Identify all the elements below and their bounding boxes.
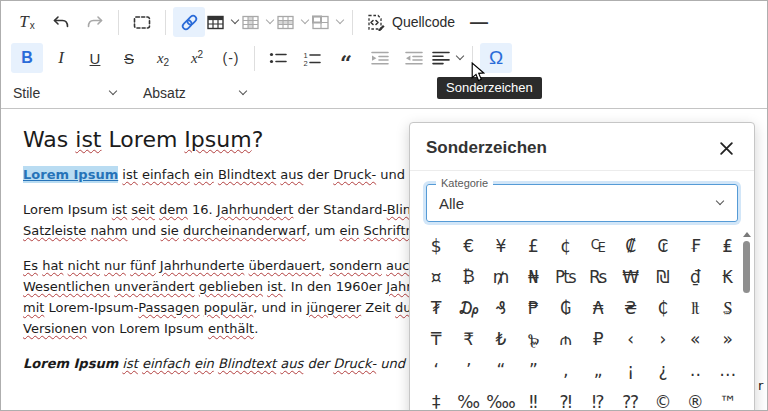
special-character-cell[interactable]: ₩ [614,261,646,292]
table-row-button[interactable] [277,7,310,37]
select-all-button[interactable] [126,7,158,37]
grid-scrollbar[interactable] [741,232,752,293]
special-character-cell[interactable]: “ [485,355,517,386]
special-character-cell[interactable]: ₫ [679,261,711,292]
special-character-cell[interactable]: ‱ [485,386,517,411]
special-character-cell[interactable]: ₨ [582,261,614,292]
special-character-cell[interactable]: ₤ [712,230,744,261]
special-character-cell[interactable]: » [712,324,744,355]
special-character-cell[interactable]: ₸ [420,324,452,355]
outdent-button[interactable] [398,43,430,73]
special-character-cell[interactable]: › [647,324,679,355]
bold-button[interactable]: B [11,43,43,73]
source-code-button[interactable]: Quellcode [360,7,461,37]
special-character-cell[interactable]: ‰ [452,386,484,411]
special-character-cell[interactable]: ₲ [550,292,582,323]
special-character-cell[interactable]: … [712,355,744,386]
remove-format-button[interactable]: Tx [11,7,43,37]
special-character-cell[interactable]: ₺ [485,324,517,355]
underline-button[interactable]: U [79,43,111,73]
lorem-ipsum-link[interactable]: Lorem Ipsum [23,166,118,183]
special-character-cell[interactable]: £ [517,230,549,261]
toolbar-separator [118,10,119,35]
paragraph-format-dropdown[interactable]: Absatz [140,79,252,107]
special-character-cell[interactable]: ® [679,386,711,411]
scroll-up-icon[interactable] [743,232,751,237]
special-character-cell[interactable]: ₼ [550,324,582,355]
numbered-list-button[interactable]: 12 [296,43,328,73]
special-character-cell[interactable]: ₱ [517,292,549,323]
special-character-cell[interactable]: ₠ [582,230,614,261]
soft-hyphen-button[interactable]: (-) [215,43,247,73]
special-character-cell[interactable]: ’ [452,355,484,386]
special-character-cell[interactable]: « [679,324,711,355]
special-character-cell[interactable]: ₮ [420,292,452,323]
special-character-cell[interactable]: ” [517,355,549,386]
special-character-cell[interactable]: ₭ [712,261,744,292]
category-dropdown[interactable]: Kategorie Alle [426,184,738,222]
special-character-cell[interactable]: ₢ [647,230,679,261]
special-character-cell[interactable]: ₪ [647,261,679,292]
special-character-cell[interactable]: ₳ [582,292,614,323]
styles-dropdown[interactable]: Stile [10,79,122,107]
special-character-cell[interactable]: ₦ [517,261,549,292]
special-character-cell[interactable]: © [647,386,679,411]
special-character-cell[interactable]: ‡ [420,386,452,411]
block-quote-button[interactable]: “ [330,43,362,73]
strikethrough-button[interactable]: S [113,43,145,73]
special-character-cell[interactable]: ¿ [647,355,679,386]
special-character-cell[interactable]: ₧ [550,261,582,292]
redo-button[interactable] [79,7,111,37]
special-character-cell[interactable]: ⁉ [582,386,614,411]
special-character-cell[interactable]: ₥ [485,261,517,292]
indent-button[interactable] [364,43,396,73]
special-character-cell[interactable]: ‚ [550,355,582,386]
special-character-cell[interactable]: „ [582,355,614,386]
undo-button[interactable] [45,7,77,37]
special-character-cell[interactable]: € [452,230,484,261]
special-character-cell[interactable]: ¢ [550,230,582,261]
close-button[interactable] [716,138,736,158]
special-character-cell[interactable]: ‼ [517,386,549,411]
special-character-cell[interactable]: ¤ [420,261,452,292]
special-character-cell[interactable]: ₵ [647,292,679,323]
special-character-cell[interactable]: ‥ [679,355,711,386]
special-character-cell[interactable]: ₻ [517,324,549,355]
indent-icon [371,51,389,65]
horizontal-line-button[interactable]: — [463,7,495,37]
special-character-cell[interactable]: ₰ [485,292,517,323]
special-character-cell[interactable]: ¡ [614,355,646,386]
link-button[interactable] [173,7,205,37]
special-character-cell[interactable]: ₽ [582,324,614,355]
special-character-cell[interactable]: ⁇ [614,386,646,411]
table-cell-properties-button[interactable] [312,7,345,37]
special-character-cell[interactable]: ‘ [420,355,452,386]
special-character-cell[interactable]: ₿ [452,261,484,292]
superscript-button[interactable]: x2 [181,43,213,73]
bulleted-list-button[interactable] [262,43,294,73]
scrollbar-thumb[interactable] [743,241,750,293]
table-column-button[interactable] [242,7,275,37]
special-character-cell[interactable]: ₴ [614,292,646,323]
subscript-button[interactable]: x2 [147,43,179,73]
italic-button[interactable]: I [45,43,77,73]
special-characters-dialog: Sonderzeichen Kategorie Alle $€¥£¢₠₡₢₣₤¤… [409,122,755,411]
special-character-cell[interactable]: ₣ [679,230,711,261]
remove-format-icon: T [19,12,28,32]
special-character-cell[interactable]: $ [420,230,452,261]
chevron-down-icon [239,86,247,94]
editor-window: Tx [0,0,768,411]
special-character-cell[interactable]: ₹ [452,324,484,355]
special-character-cell[interactable]: ⁈ [550,386,582,411]
insert-table-button[interactable] [207,7,240,37]
special-character-cell[interactable]: ¥ [485,230,517,261]
special-character-cell[interactable]: ₶ [679,292,711,323]
special-character-cell[interactable]: ™ [712,386,744,411]
chevron-down-icon [109,86,117,94]
text-alignment-button[interactable] [432,43,465,73]
special-character-cell[interactable]: ₯ [452,292,484,323]
special-character-cell[interactable]: ₷ [712,292,744,323]
toolbar-separator [254,46,255,71]
special-character-cell[interactable]: ₡ [614,230,646,261]
special-character-cell[interactable]: ‹ [614,324,646,355]
